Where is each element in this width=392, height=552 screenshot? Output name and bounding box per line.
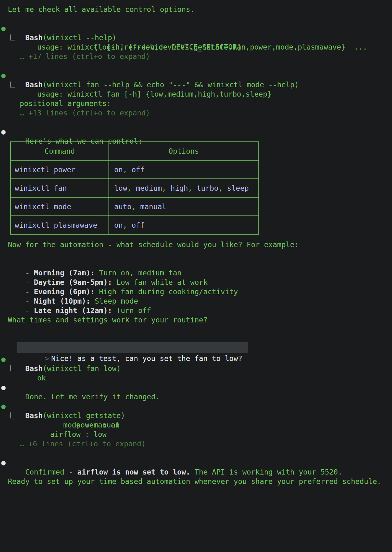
assistant-text: Done. Let me verify it changed. [25,393,160,401]
options-cell: auto, manual [109,197,259,216]
spacer [8,449,392,458]
tool-bullet-icon: ● [1,401,6,411]
schedule-desc: Turn off [112,306,151,315]
output-elbow-icon [10,365,15,371]
assistant-text: Ready to set up your time-based automati… [8,477,392,486]
assistant-text: What times and settings work for your ro… [8,315,392,325]
message-bullet-icon: ● [1,383,6,392]
expand-hint: … +6 lines (ctrl+o to expand) [8,439,392,449]
expand-hint: … +13 lines (ctrl+o to expand) [8,108,392,118]
tool-output-line: usage: winixctl [-h] [--device DEVICE_SE… [8,33,392,42]
message-bullet-icon: ● [1,458,6,467]
list-dash: - [25,306,34,315]
expand-hint: … +17 lines (ctrl+o to expand) [8,52,392,61]
output-elbow-icon [10,412,15,418]
schedule-list-item: - Daytime (9am-5pm): Low fan while at wo… [8,268,392,278]
control-options-table: Command Options winixctl power on, off w… [10,141,259,235]
tool-bullet-icon: ● [1,354,6,364]
tool-output-line: power : on [8,411,392,420]
schedule-list-item: - Evening (6pm): High fan during cooking… [8,278,392,287]
command-cell: winixctl plasmawave [11,216,109,234]
command-cell: winixctl mode [11,197,109,216]
options-cell: on, off [109,160,259,179]
schedule-list-item: - Morning (7am): Turn on, medium fan [8,259,392,268]
table-row: winixctl power on, off [11,160,259,179]
message-bullet-icon: ● [1,127,6,136]
spacer [8,249,392,259]
spacer [8,373,392,383]
tool-output-line: ok [8,364,392,373]
table-row: winixctl mode auto, manual [11,197,259,216]
assistant-text: The API is working with your 5520. [190,468,342,476]
options-cell: on, off [109,216,259,234]
tool-output-line: airflow : low [8,430,392,439]
assistant-message: ●Done. Let me verify it changed. [8,383,392,392]
tool-bullet-icon: ● [1,24,6,33]
assistant-text-bold: airflow is now set to low. [77,468,190,476]
tool-call-bash-getstate: ●Bash(winixctl getstate) [8,401,392,411]
assistant-message: ●Here's what we can control: [8,127,392,136]
tool-output-line: {login,refresh,devices,getstate,fan,powe… [8,42,392,52]
tool-output-line [8,89,392,99]
options-cell: low, medium, high, turbo, sleep [109,179,259,197]
assistant-message: ●Confirmed - airflow is now set to low. … [8,458,392,467]
spacer [8,118,392,127]
assistant-text: Here's what we can control: [25,137,142,145]
user-message-row: >Nice! as a test, can you set the fan to… [0,334,392,345]
tool-bullet-icon: ● [1,71,6,80]
spacer [8,61,392,71]
tool-output-line: positional arguments: [8,99,392,108]
tool-call-bash-fan-mode-help: ●Bash(winixctl fan --help && echo "---" … [8,71,392,80]
user-message-bar: >Nice! as a test, can you set the fan to… [17,342,248,353]
tool-call-bash-help: ●Bash(winixctl --help) [8,24,392,33]
output-elbow-icon [10,34,15,40]
output-elbow-icon [10,82,15,88]
assistant-text: Confirmed - [25,468,77,476]
schedule-list-item: - Night (10pm): Sleep mode [8,287,392,296]
tool-call-bash-fan-low: ●Bash(winixctl fan low) [8,354,392,364]
terminal: Let me check all available control optio… [0,0,392,486]
assistant-intro-text: Let me check all available control optio… [8,5,392,14]
tool-output-line: mode : manual [8,420,392,430]
table-row: winixctl plasmawave on, off [11,216,259,234]
assistant-text: Now for the automation - what schedule w… [8,240,392,249]
schedule-list-item: - Late night (12am): Turn off [8,296,392,306]
table-row: winixctl fan low, medium, high, turbo, s… [11,179,259,197]
command-cell: winixctl power [11,160,109,179]
tool-output-line: usage: winixctl fan [-h] {low,medium,hig… [8,80,392,89]
spacer [8,325,392,334]
command-cell: winixctl fan [11,179,109,197]
spacer [8,14,392,24]
schedule-label: Late night (12am): [34,306,112,315]
